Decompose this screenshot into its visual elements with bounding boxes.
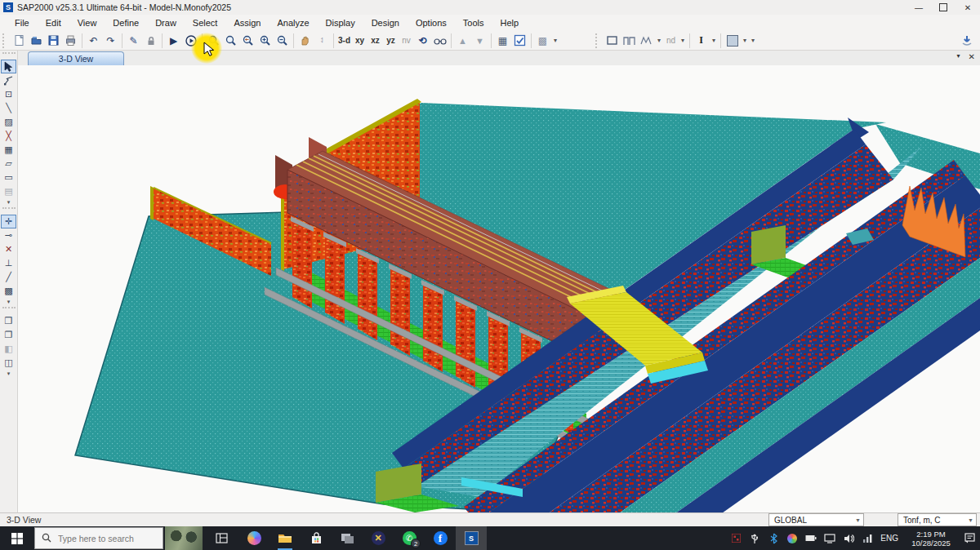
- zoom-in-icon[interactable]: [256, 33, 274, 49]
- minimize-button[interactable]: —: [906, 0, 931, 15]
- area-dropdown-icon[interactable]: ▾: [741, 37, 749, 44]
- nd-view-button[interactable]: nd: [663, 36, 679, 45]
- units-dropdown[interactable]: Tonf, m, C▼: [898, 513, 977, 526]
- facebook-icon[interactable]: f: [425, 526, 456, 550]
- object-grid-icon[interactable]: ▦: [494, 33, 511, 49]
- menu-select[interactable]: Select: [185, 15, 226, 31]
- previous-zoom-icon[interactable]: [239, 33, 256, 49]
- battery-icon[interactable]: [805, 533, 817, 544]
- restore-full-view-icon[interactable]: [222, 33, 239, 49]
- dock-arrow-icon[interactable]: [958, 33, 975, 49]
- zoom-out-icon[interactable]: [274, 33, 291, 49]
- tab-close-icon[interactable]: ✕: [969, 52, 975, 61]
- menu-assign[interactable]: Assign: [225, 15, 269, 31]
- taskbar-clock[interactable]: 2:19 PM 10/28/2025: [906, 530, 956, 548]
- perspective-glasses-icon[interactable]: [431, 33, 448, 49]
- named-view-1-icon[interactable]: ❒: [1, 314, 16, 328]
- run-animation-icon[interactable]: [182, 33, 199, 49]
- maximize-button[interactable]: [931, 0, 956, 15]
- i-section-dropdown-icon[interactable]: ▾: [710, 37, 718, 44]
- set-display-options-icon[interactable]: [511, 33, 528, 49]
- lock-icon[interactable]: [142, 33, 159, 49]
- action-center-icon[interactable]: [964, 533, 975, 544]
- csys-dropdown[interactable]: GLOBAL▼: [768, 513, 864, 526]
- quick-draw-frame-icon[interactable]: [604, 33, 621, 49]
- draw-frame-icon[interactable]: ╲: [1, 101, 16, 115]
- draw-joint-icon[interactable]: ⊡: [1, 87, 16, 101]
- model-viewport[interactable]: [18, 65, 980, 512]
- more-draw-dropdown-icon[interactable]: ▾: [1, 198, 16, 206]
- assign-copy-icon[interactable]: ▩: [534, 33, 551, 49]
- view-xz-button[interactable]: xz: [368, 36, 383, 45]
- menu-display[interactable]: Display: [318, 15, 363, 31]
- save-model-icon[interactable]: [45, 33, 62, 49]
- snap-lines-edges-icon[interactable]: ╱: [1, 270, 16, 284]
- task-view-icon[interactable]: [209, 526, 234, 550]
- view-yz-button[interactable]: yz: [383, 36, 399, 45]
- draw-rect-area-icon[interactable]: ▭: [1, 171, 16, 184]
- quick-area-icon[interactable]: ▤: [1, 184, 16, 198]
- more-snap-dropdown-icon[interactable]: ▾: [1, 298, 16, 305]
- menu-design[interactable]: Design: [363, 15, 408, 31]
- named-view-3-icon[interactable]: ◧: [1, 342, 16, 356]
- pan-icon[interactable]: [296, 33, 314, 49]
- draw-poly-area-icon[interactable]: ▱: [1, 157, 16, 171]
- widgets-thumbnail[interactable]: [165, 526, 203, 550]
- redo-icon[interactable]: ↷: [102, 33, 119, 49]
- view-nv-button[interactable]: nv: [399, 36, 414, 45]
- snap-fine-grid-icon[interactable]: ▩: [1, 284, 16, 298]
- tray-app-red-icon[interactable]: [730, 533, 742, 544]
- start-button[interactable]: [0, 526, 34, 550]
- whatsapp-icon[interactable]: ✆ 2: [394, 526, 425, 550]
- taskbar-search[interactable]: [34, 527, 163, 549]
- nd-dropdown-icon[interactable]: ▾: [679, 37, 687, 44]
- system-app-icon[interactable]: [332, 526, 363, 550]
- file-explorer-icon[interactable]: [270, 526, 301, 550]
- print-icon[interactable]: [62, 33, 79, 49]
- rubberband-zoom-icon[interactable]: [205, 33, 222, 49]
- usb-icon[interactable]: [749, 533, 760, 544]
- assign-copy-dropdown-icon[interactable]: ▾: [551, 37, 559, 44]
- run-analysis-icon[interactable]: ▶: [165, 33, 182, 49]
- snap-perpendicular-icon[interactable]: ⊥: [1, 256, 16, 270]
- view-3d-button[interactable]: 3-d: [336, 36, 352, 45]
- snap-settings-icon[interactable]: ⥑: [314, 33, 331, 49]
- volume-icon[interactable]: [843, 533, 854, 544]
- draw-pen-icon[interactable]: ✎: [125, 33, 142, 49]
- move-up-list-icon[interactable]: ▲: [454, 33, 471, 49]
- language-indicator[interactable]: ENG: [880, 534, 898, 543]
- undo-icon[interactable]: ↶: [85, 33, 102, 49]
- menu-define[interactable]: Define: [105, 15, 147, 31]
- rotate-3d-view-icon[interactable]: ⟲: [414, 33, 431, 49]
- snap-joints-icon[interactable]: ✛: [1, 215, 16, 228]
- close-button[interactable]: ✕: [956, 0, 980, 15]
- microsoft-store-icon[interactable]: [301, 526, 332, 550]
- menu-file[interactable]: File: [7, 15, 38, 31]
- snap-intersections-icon[interactable]: ✕: [1, 242, 16, 256]
- pointer-tool-icon[interactable]: [1, 60, 16, 73]
- x-app-icon[interactable]: ✕: [363, 526, 394, 550]
- more-tools-dropdown-icon[interactable]: ▾: [749, 37, 757, 44]
- tab-list-dropdown-icon[interactable]: ▾: [957, 52, 960, 61]
- i-section-icon[interactable]: I: [693, 33, 710, 49]
- network-icon[interactable]: [862, 533, 873, 544]
- search-input[interactable]: [56, 533, 158, 544]
- menu-edit[interactable]: Edit: [38, 15, 69, 31]
- menu-tools[interactable]: Tools: [455, 15, 492, 31]
- sap2000-taskbar-icon[interactable]: S: [456, 526, 487, 550]
- quick-draw-mframe-icon[interactable]: [638, 33, 655, 49]
- color-app-icon[interactable]: [786, 533, 798, 544]
- bluetooth-icon[interactable]: [768, 533, 779, 544]
- quick-secondary-beams-icon[interactable]: ▦: [1, 143, 16, 157]
- quick-brace-icon[interactable]: ╳: [1, 129, 16, 143]
- menu-help[interactable]: Help: [492, 15, 528, 31]
- more-views-dropdown-icon[interactable]: ▾: [1, 370, 16, 377]
- quick-frame-icon[interactable]: ▨: [1, 115, 16, 129]
- view-xy-button[interactable]: xy: [352, 36, 368, 45]
- area-section-icon[interactable]: [724, 33, 741, 49]
- open-model-icon[interactable]: [28, 33, 45, 49]
- new-model-icon[interactable]: [11, 33, 28, 49]
- copilot-icon[interactable]: [238, 526, 270, 550]
- mframe-dropdown-icon[interactable]: ▾: [655, 37, 663, 44]
- move-down-list-icon[interactable]: ▼: [471, 33, 488, 49]
